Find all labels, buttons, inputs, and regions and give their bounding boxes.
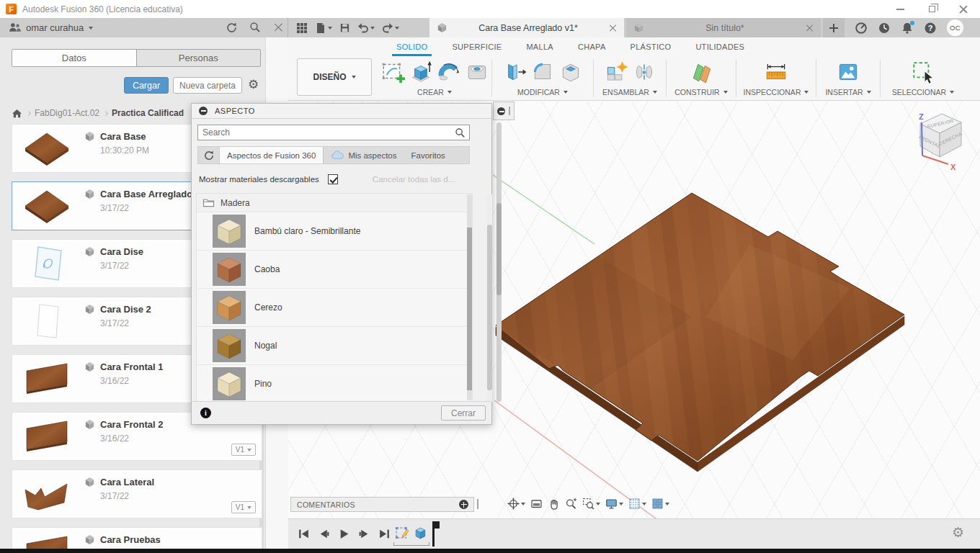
home-icon[interactable] (12, 108, 22, 119)
restore-button[interactable] (927, 4, 937, 14)
material-list-scrollbar-thumb[interactable] (467, 228, 472, 390)
tab-aspectos-fusion[interactable]: Aspectos de Fusion 360 (220, 147, 324, 163)
material-row[interactable]: Cerezo (197, 289, 472, 327)
redo-button[interactable] (380, 19, 401, 37)
dialog-header[interactable]: ASPECTO (192, 104, 491, 119)
help-button[interactable] (924, 22, 937, 35)
revolve-icon[interactable] (436, 59, 462, 85)
fillet-icon[interactable] (530, 59, 556, 85)
insert-image-icon[interactable] (835, 59, 861, 85)
ribbon-tab-malla[interactable]: MALLA (526, 37, 553, 56)
new-file-button[interactable] (313, 19, 334, 37)
group-label-insertar[interactable]: INSERTAR (825, 88, 870, 96)
username[interactable]: omar curahua (26, 22, 84, 33)
new-component-icon[interactable] (603, 59, 629, 85)
browser-scrollbar-thumb[interactable] (496, 203, 502, 295)
hole-icon[interactable] (464, 59, 490, 85)
skip-to-start-button[interactable] (297, 527, 310, 540)
extensions-button[interactable] (855, 22, 868, 35)
minimize-button[interactable] (895, 4, 905, 14)
step-back-button[interactable] (317, 527, 330, 540)
info-icon[interactable]: i (200, 408, 211, 418)
dialog-scrollbar-thumb[interactable] (487, 225, 492, 390)
timeline-sketch-feature-icon[interactable] (395, 525, 410, 540)
show-downloadable-checkbox[interactable] (328, 174, 338, 184)
material-folder[interactable]: Madera (197, 194, 472, 212)
construction-plane-icon[interactable] (688, 59, 714, 85)
search-input[interactable] (198, 127, 455, 138)
create-sketch-icon[interactable] (380, 59, 406, 85)
file-card[interactable]: Cara Lateral 3/17/22 V1 (12, 469, 262, 518)
close-dialog-button[interactable]: Cerrar (441, 405, 486, 421)
file-card[interactable]: Cara Pruebas (12, 527, 262, 549)
timeline-settings-gear-icon[interactable]: ⚙ (952, 526, 964, 539)
tab-personas[interactable]: Personas (137, 50, 261, 66)
comments-drag-grip[interactable] (477, 499, 478, 509)
breadcrumb-project[interactable]: FabDig01-Act.02 (35, 108, 99, 118)
notifications-button[interactable] (901, 22, 914, 35)
play-button[interactable] (337, 527, 350, 540)
close-window-button[interactable] (958, 4, 968, 14)
zoom-button[interactable] (565, 498, 577, 510)
timeline-extrude-feature-icon[interactable] (413, 525, 428, 540)
shell-icon[interactable] (558, 59, 584, 85)
group-label-inspeccionar[interactable]: INSPECCIONAR (744, 88, 809, 96)
tab-favoritos[interactable]: Favoritos (404, 147, 453, 163)
ribbon-tab-solido[interactable]: SOLIDO (396, 37, 427, 56)
undo-button[interactable] (355, 19, 377, 37)
timeline-marker-handle[interactable] (434, 521, 440, 529)
material-row[interactable]: Caoba (197, 251, 472, 289)
tab-mis-aspectos[interactable]: Mis aspectos (324, 147, 404, 163)
comments-bar[interactable]: COMENTARIOS (290, 497, 474, 512)
avatar[interactable]: OC (947, 19, 963, 36)
collapsed-browser-tab[interactable] (493, 102, 514, 120)
username-chevron-down-icon[interactable] (89, 27, 93, 30)
group-label-ensamblar[interactable]: ENSAMBLAR (602, 88, 657, 96)
material-row[interactable]: Pino (197, 365, 472, 402)
refresh-button[interactable] (223, 19, 239, 35)
group-label-modificar[interactable]: MODIFICAR (517, 88, 568, 96)
grid-settings-button[interactable] (628, 498, 646, 510)
close-panel-button[interactable] (271, 19, 287, 35)
fit-button[interactable] (582, 498, 600, 510)
breadcrumb-folder[interactable]: Practica Calificad (112, 108, 184, 118)
search-button[interactable] (247, 19, 263, 35)
design-workspace-dropdown[interactable]: DISEÑO (297, 58, 372, 96)
dialog-collapse-icon[interactable] (199, 107, 208, 115)
document-tab-inactive[interactable]: Sin título* (626, 18, 821, 37)
extrude-icon[interactable] (408, 59, 434, 85)
data-settings-gear-icon[interactable]: ⚙ (248, 78, 259, 91)
group-label-construir[interactable]: CONSTRUIR (674, 88, 727, 96)
orbit-button[interactable] (507, 498, 525, 510)
joint-icon[interactable] (631, 59, 657, 85)
ribbon-tab-plastico[interactable]: PLÁSTICO (631, 37, 672, 56)
step-forward-button[interactable] (357, 527, 370, 540)
version-dropdown[interactable]: V1 (231, 501, 256, 513)
app-launcher-button[interactable] (294, 19, 310, 37)
view-cube[interactable]: SUPERIOR FRONTAL DERECHA Z X (906, 107, 976, 173)
refresh-library-button[interactable] (198, 147, 220, 163)
viewports-button[interactable] (651, 498, 669, 510)
ribbon-tab-chapa[interactable]: CHAPA (578, 37, 606, 56)
material-row[interactable]: Nogal (197, 327, 472, 365)
save-button[interactable] (337, 19, 352, 37)
new-folder-button[interactable]: Nueva carpeta (173, 77, 242, 94)
drag-grip[interactable] (509, 107, 510, 115)
material-row[interactable]: Bambú claro - Semibrillante (197, 212, 472, 251)
measure-icon[interactable] (763, 59, 789, 85)
skip-to-end-button[interactable] (378, 527, 391, 540)
job-status-button[interactable] (878, 22, 891, 35)
ribbon-tab-utilidades[interactable]: UTILIDADES (695, 37, 744, 56)
group-label-seleccionar[interactable]: SELECCIONAR (892, 88, 954, 96)
tab-datos[interactable]: Datos (12, 50, 137, 66)
version-dropdown[interactable]: V1 (231, 444, 256, 456)
close-tab-icon[interactable] (610, 24, 617, 32)
add-comment-icon[interactable] (459, 500, 468, 509)
display-settings-button[interactable] (605, 498, 623, 510)
document-tab-active[interactable]: Cara Base Arreglado v1* (429, 18, 624, 37)
upload-button[interactable]: Cargar (124, 77, 169, 94)
press-pull-icon[interactable] (502, 59, 527, 85)
group-label-crear[interactable]: CREAR (417, 88, 452, 96)
ribbon-tab-superficie[interactable]: SUPERFICIE (452, 37, 502, 56)
look-at-button[interactable] (530, 498, 543, 510)
